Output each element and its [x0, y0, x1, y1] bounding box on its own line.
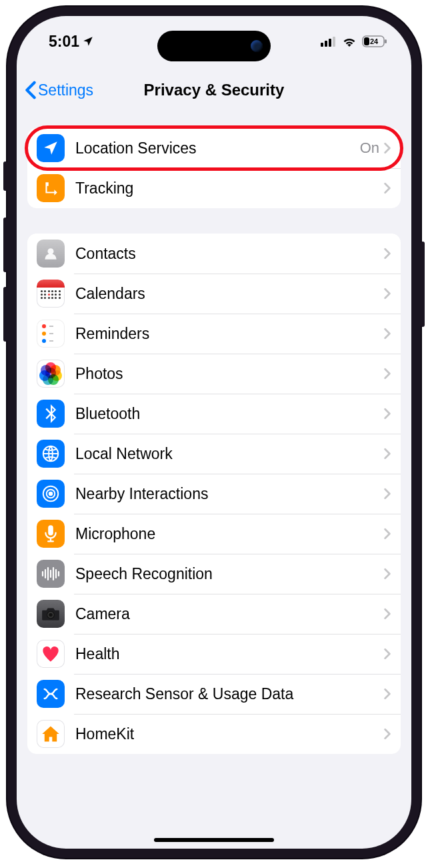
row-calendars[interactable]: Calendars	[27, 274, 401, 314]
chevron-right-icon	[383, 688, 391, 700]
row-label: Tracking	[75, 179, 383, 197]
status-time: 5:01	[49, 33, 79, 51]
row-label: Speech Recognition	[75, 565, 383, 583]
chevron-right-icon	[383, 488, 391, 500]
contacts-icon	[37, 240, 65, 268]
row-nearby-interactions[interactable]: Nearby Interactions	[27, 474, 401, 514]
row-tracking[interactable]: Tracking	[27, 168, 401, 208]
chevron-right-icon	[383, 568, 391, 580]
back-button[interactable]: Settings	[25, 81, 93, 99]
calendars-icon	[37, 280, 65, 308]
row-detail: On	[360, 139, 379, 157]
svg-rect-0	[321, 43, 323, 47]
row-label: Bluetooth	[75, 405, 383, 423]
chevron-right-icon	[383, 608, 391, 620]
row-label: Microphone	[75, 525, 383, 543]
location-arrow-status-icon	[82, 35, 94, 47]
front-camera	[251, 40, 263, 52]
waveform-icon	[37, 560, 65, 588]
chevron-right-icon	[383, 728, 391, 740]
row-camera[interactable]: Camera	[27, 594, 401, 634]
svg-rect-2	[329, 39, 331, 47]
row-location-services[interactable]: Location Services On	[27, 128, 401, 168]
chevron-right-icon	[383, 182, 391, 194]
row-label: Reminders	[75, 325, 383, 343]
microphone-icon	[37, 520, 65, 548]
chevron-right-icon	[383, 408, 391, 420]
row-label: Contacts	[75, 245, 383, 263]
location-arrow-icon	[37, 134, 65, 162]
bluetooth-icon	[37, 400, 65, 428]
svg-point-12	[49, 492, 53, 496]
radar-icon	[37, 480, 65, 508]
reminders-icon	[37, 320, 65, 348]
svg-rect-13	[48, 525, 53, 535]
row-microphone[interactable]: Microphone	[27, 514, 401, 554]
row-label: Nearby Interactions	[75, 485, 383, 503]
row-label: Research Sensor & Usage Data	[75, 685, 383, 703]
globe-grid-icon	[37, 440, 65, 468]
row-research-sensor[interactable]: Research Sensor & Usage Data	[27, 674, 401, 714]
home-icon	[37, 720, 65, 748]
row-health[interactable]: Health	[27, 634, 401, 674]
chevron-right-icon	[383, 448, 391, 460]
sensor-data-icon	[37, 680, 65, 708]
svg-rect-3	[333, 37, 335, 47]
chevron-left-icon	[25, 81, 37, 99]
home-indicator[interactable]	[154, 838, 274, 842]
svg-point-8	[47, 248, 53, 254]
row-label: Photos	[75, 365, 383, 383]
svg-rect-5	[364, 37, 369, 45]
nav-bar: Settings Privacy & Security	[17, 69, 411, 111]
chevron-right-icon	[383, 288, 391, 300]
row-contacts[interactable]: Contacts	[27, 234, 401, 274]
row-reminders[interactable]: Reminders	[27, 314, 401, 354]
svg-rect-7	[385, 39, 387, 43]
group-privacy-categories: Contacts Calenda	[27, 234, 401, 754]
svg-point-15	[49, 613, 52, 616]
row-label: Location Services	[75, 139, 360, 157]
row-bluetooth[interactable]: Bluetooth	[27, 394, 401, 434]
group-privacy-main: Location Services On Tracking	[27, 128, 401, 208]
chevron-right-icon	[383, 142, 391, 154]
chevron-right-icon	[383, 648, 391, 660]
cellular-signal-icon	[321, 36, 337, 47]
screen: 5:01 24	[17, 16, 411, 849]
chevron-right-icon	[383, 528, 391, 540]
row-homekit[interactable]: HomeKit	[27, 714, 401, 754]
content-scroll[interactable]: Location Services On Tracking	[17, 111, 411, 754]
camera-icon	[37, 600, 65, 628]
dynamic-island	[157, 31, 271, 61]
device-frame: 5:01 24	[7, 7, 421, 858]
row-photos[interactable]: Photos	[27, 354, 401, 394]
row-label: Local Network	[75, 445, 383, 463]
row-label: Camera	[75, 605, 383, 623]
row-local-network[interactable]: Local Network	[27, 434, 401, 474]
chevron-right-icon	[383, 248, 391, 260]
row-label: Health	[75, 645, 383, 663]
row-speech-recognition[interactable]: Speech Recognition	[27, 554, 401, 594]
heart-icon	[37, 640, 65, 668]
svg-rect-1	[325, 41, 327, 47]
chevron-right-icon	[383, 328, 391, 340]
tracking-icon	[37, 174, 65, 202]
chevron-right-icon	[383, 368, 391, 380]
battery-icon: 24	[362, 35, 387, 47]
row-label: Calendars	[75, 285, 383, 303]
row-label: HomeKit	[75, 725, 383, 743]
photos-icon	[37, 360, 65, 388]
wifi-icon	[342, 36, 357, 47]
back-label: Settings	[38, 81, 93, 99]
svg-text:24: 24	[370, 37, 379, 45]
